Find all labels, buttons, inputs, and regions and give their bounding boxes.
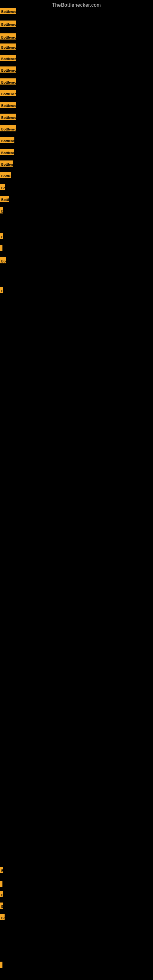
bar-row: Bottleneck resu bbox=[0, 55, 16, 61]
bar-row: Bottleneck resu bbox=[0, 78, 16, 84]
bar-label: B bbox=[0, 891, 3, 897]
bar-label: Bottlene bbox=[0, 172, 11, 178]
bar-row: Bottle bbox=[0, 196, 9, 202]
bar-row: B bbox=[0, 902, 3, 908]
bar-row: Bottleneck re bbox=[0, 137, 14, 143]
bar-label: Bo bbox=[0, 184, 5, 190]
bar-label: Bottleneck result bbox=[0, 43, 16, 49]
bar-label: Bottleneck re bbox=[0, 149, 14, 155]
bar-row: Bott bbox=[0, 257, 6, 263]
bar-row: Bottleneck result bbox=[0, 33, 16, 40]
bar-row: Bottleneck re bbox=[0, 149, 14, 155]
bar-row: Bo bbox=[0, 184, 5, 190]
bar-label: Bottleneck resu bbox=[0, 102, 16, 108]
bar-label: Bottleneck resu bbox=[0, 78, 16, 84]
bar-label: Bottleneck re bbox=[0, 137, 14, 143]
bar-row: Bo bbox=[0, 914, 5, 920]
bar-label: B bbox=[0, 867, 3, 873]
bar-label: Bottleneck resu bbox=[0, 55, 16, 61]
bar-row: Bottleneck result bbox=[0, 8, 16, 14]
bar-label bbox=[0, 962, 2, 968]
bar-row: Bottleneck res bbox=[0, 125, 16, 131]
bar-row bbox=[0, 962, 1, 968]
bar-row: Bottleneck res bbox=[0, 114, 16, 120]
bar-label: Bottleneck result bbox=[0, 8, 16, 14]
bar-label: Bottle bbox=[0, 196, 9, 202]
site-title: TheBottlenecker.com bbox=[0, 0, 153, 10]
bar-row: Bottleneck result bbox=[0, 43, 16, 49]
bar-label: Bottleneck res bbox=[0, 125, 16, 131]
bar-row: Bottlene bbox=[0, 172, 11, 178]
bar-label: Bo bbox=[0, 914, 5, 920]
bar-label: Bottleneck resu bbox=[0, 90, 16, 96]
bar-row: B bbox=[0, 233, 3, 239]
bar-row: B bbox=[0, 207, 3, 213]
bar-row: Bottleneck resu bbox=[0, 102, 16, 108]
bar-label: B bbox=[0, 902, 3, 908]
bar-label bbox=[0, 245, 2, 251]
bar-label: Bottleneck result bbox=[0, 21, 16, 27]
bar-label: Bottleneck result bbox=[0, 33, 16, 40]
bar-row: Bottleneck result bbox=[0, 21, 16, 27]
bar-label: B bbox=[0, 287, 3, 293]
bar-row bbox=[0, 245, 1, 251]
bar-label: Bott bbox=[0, 257, 6, 263]
bar-label: Bottleneck re bbox=[0, 161, 13, 167]
bar-row: Bottleneck re bbox=[0, 161, 13, 167]
bar-label: B bbox=[0, 233, 3, 239]
bar-label: B bbox=[0, 207, 3, 213]
bar-row bbox=[0, 881, 1, 887]
bar-row: Bottleneck resu bbox=[0, 90, 16, 96]
bar-label: Bottleneck resu bbox=[0, 67, 16, 73]
bar-label bbox=[0, 881, 2, 887]
bar-row: B bbox=[0, 287, 3, 293]
bar-row: Bottleneck resu bbox=[0, 67, 16, 73]
bar-label: Bottleneck res bbox=[0, 114, 16, 120]
bar-row: B bbox=[0, 867, 3, 873]
bar-row: B bbox=[0, 891, 3, 897]
